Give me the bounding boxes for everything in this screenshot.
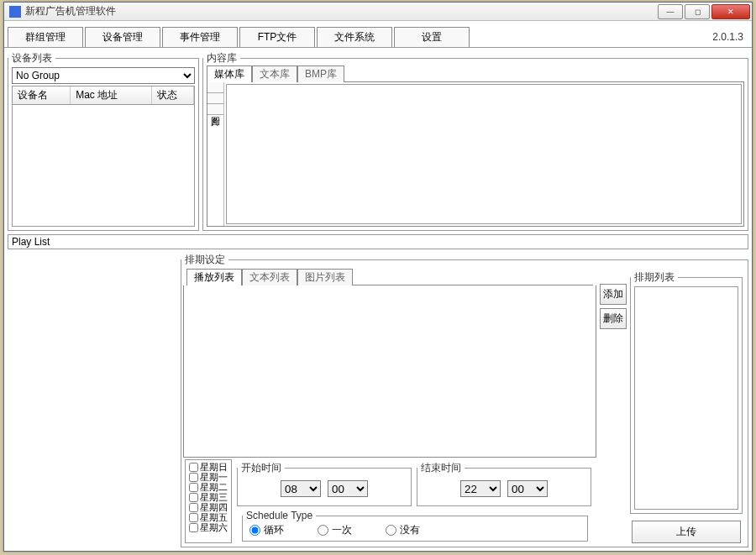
close-button[interactable]: ✕ — [711, 4, 750, 19]
tab-text[interactable]: 文本库 — [252, 65, 297, 82]
col-mac[interactable]: Mac 地址 — [71, 86, 152, 104]
vtab-image[interactable]: 图片 — [207, 104, 223, 115]
schedule-type-legend: Schedule Type — [243, 510, 316, 521]
group-select[interactable]: No Group — [12, 67, 195, 84]
end-min-select[interactable]: 00 — [507, 480, 548, 497]
schedule-canvas[interactable] — [183, 285, 596, 458]
end-time-legend: 结束时间 — [417, 461, 465, 475]
tab-ftp[interactable]: FTP文件 — [239, 27, 315, 47]
weekday-wed[interactable]: 星期三 — [189, 492, 228, 502]
weekday-sat[interactable]: 星期六 — [189, 522, 228, 532]
window-title: 新程广告机管理软件 — [25, 4, 656, 18]
content-library-vtabs: 视频 报纸 图片 — [207, 82, 224, 226]
tab-events[interactable]: 事件管理 — [162, 27, 238, 47]
schedule-type-once[interactable]: 一次 — [318, 523, 352, 537]
tab-media[interactable]: 媒体库 — [207, 65, 252, 82]
delete-button[interactable]: 删除 — [600, 308, 627, 329]
device-table-body[interactable] — [12, 105, 195, 227]
schedule-type-panel: Schedule Type 循环 一次 没有 — [242, 510, 588, 542]
app-window: 新程广告机管理软件 — ◻ ✕ 群组管理 设备管理 事件管理 FTP文件 文件系… — [3, 2, 753, 552]
content-library-canvas[interactable] — [226, 84, 742, 224]
schedule-list-legend: 排期列表 — [631, 270, 678, 285]
schedule-type-loop[interactable]: 循环 — [249, 523, 284, 537]
schedule-panel: 排期设定 播放列表 文本列表 图片列表 星期日 — [181, 253, 748, 547]
weekday-sat-checkbox[interactable] — [189, 523, 198, 532]
start-min-select[interactable]: 00 — [328, 480, 368, 497]
tab-settings[interactable]: 设置 — [394, 27, 470, 47]
weekday-tue-checkbox[interactable] — [189, 483, 198, 492]
tab-textlist[interactable]: 文本列表 — [242, 269, 297, 285]
minimize-button[interactable]: — — [658, 4, 683, 19]
vtab-news[interactable]: 报纸 — [207, 93, 223, 104]
tab-groups[interactable]: 群组管理 — [8, 27, 83, 47]
device-table-header: 设备名 Mac 地址 状态 — [12, 86, 195, 105]
start-time-legend: 开始时间 — [238, 461, 285, 475]
schedule-type-once-radio[interactable] — [318, 525, 328, 536]
schedule-list-panel: 排期列表 — [630, 270, 743, 514]
content-library-legend: 内容库 — [203, 51, 240, 65]
col-device-name[interactable]: 设备名 — [13, 86, 71, 104]
add-button[interactable]: 添加 — [600, 284, 627, 305]
tab-filesys[interactable]: 文件系统 — [317, 27, 392, 47]
schedule-type-none-radio[interactable] — [386, 525, 396, 536]
version-label: 2.0.1.3 — [712, 31, 748, 43]
tab-playlist[interactable]: 播放列表 — [186, 269, 242, 285]
window-buttons: — ◻ ✕ — [656, 4, 750, 19]
weekday-sun[interactable]: 星期日 — [189, 462, 228, 472]
start-hour-select[interactable]: 08 — [281, 480, 321, 497]
app-icon — [9, 6, 21, 18]
end-time-panel: 结束时间 22 00 — [417, 461, 591, 506]
device-list-legend: 设备列表 — [8, 51, 55, 65]
titlebar: 新程广告机管理软件 — ◻ ✕ — [4, 3, 752, 21]
lower-left-spacer — [6, 251, 179, 549]
upload-button[interactable]: 上传 — [632, 521, 741, 543]
weekday-sun-checkbox[interactable] — [189, 463, 198, 472]
weekday-thu-checkbox[interactable] — [189, 503, 198, 512]
weekday-checklist: 星期日 星期一 星期二 星期三 星期四 星期五 星期六 — [185, 459, 232, 543]
content-library-tabs: 媒体库 文本库 BMP库 — [207, 65, 744, 82]
start-time-panel: 开始时间 08 00 — [237, 461, 412, 506]
col-state[interactable]: 状态 — [152, 86, 194, 104]
schedule-legend: 排期设定 — [181, 253, 228, 267]
weekday-wed-checkbox[interactable] — [189, 493, 198, 502]
weekday-thu[interactable]: 星期四 — [189, 502, 228, 512]
schedule-list-body[interactable] — [634, 286, 738, 510]
weekday-tue[interactable]: 星期二 — [189, 482, 228, 492]
content-library-panel: 内容库 媒体库 文本库 BMP库 视频 报纸 图片 — [202, 51, 748, 231]
end-hour-select[interactable]: 22 — [460, 480, 501, 497]
weekday-mon[interactable]: 星期一 — [189, 472, 228, 482]
schedule-type-none[interactable]: 没有 — [386, 523, 420, 537]
schedule-mid-buttons: 添加 删除 — [598, 267, 628, 547]
schedule-type-loop-radio[interactable] — [249, 525, 260, 536]
vtab-video[interactable]: 视频 — [207, 82, 223, 93]
weekday-mon-checkbox[interactable] — [189, 473, 198, 482]
maximize-button[interactable]: ◻ — [685, 4, 710, 19]
body-area: 设备列表 No Group 设备名 Mac 地址 状态 内容库 媒体库 文本库 — [4, 48, 752, 551]
tab-bmp[interactable]: BMP库 — [297, 65, 344, 82]
schedule-tabs: 播放列表 文本列表 图片列表 — [186, 269, 593, 285]
playlist-label: Play List — [8, 234, 748, 249]
main-tabbar: 群组管理 设备管理 事件管理 FTP文件 文件系统 设置 2.0.1.3 — [4, 21, 752, 48]
weekday-fri[interactable]: 星期五 — [189, 512, 228, 522]
device-list-panel: 设备列表 No Group 设备名 Mac 地址 状态 — [8, 51, 199, 231]
tab-imagelist[interactable]: 图片列表 — [297, 269, 353, 285]
weekday-fri-checkbox[interactable] — [189, 513, 198, 522]
tab-devices[interactable]: 设备管理 — [85, 27, 160, 47]
